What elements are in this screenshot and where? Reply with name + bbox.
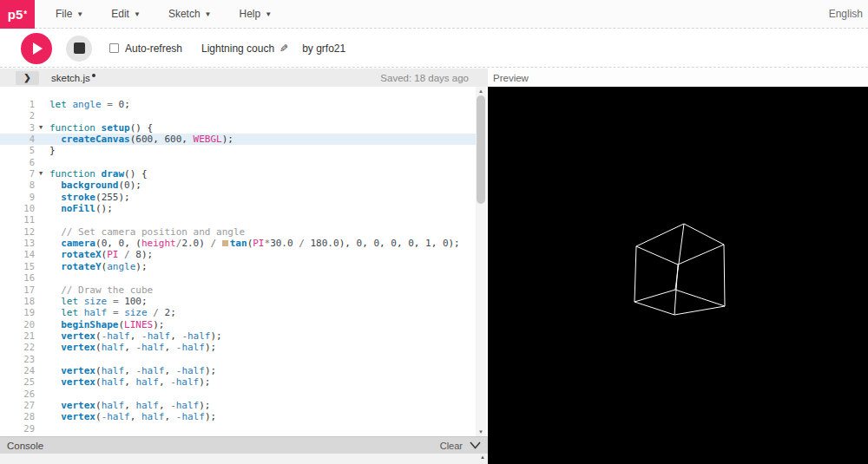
console-collapse-chevron-icon[interactable] <box>470 441 481 449</box>
scrollbar-thumb[interactable] <box>477 95 485 204</box>
code-text: rotateY(angle); <box>47 261 148 272</box>
code-line[interactable]: 7▼function draw() { <box>0 168 476 180</box>
line-number: 17 <box>0 284 35 296</box>
tab-sketch-js[interactable]: sketch.js <box>51 73 95 83</box>
file-tab-bar: ❯ sketch.js Saved: 18 days ago <box>0 69 488 87</box>
code-text: vertex(-half, -half, -half); <box>47 330 222 342</box>
code-line[interactable]: 6 <box>0 157 476 168</box>
project-name: Lightning couch <box>201 42 274 55</box>
code-line[interactable]: 26 <box>0 389 476 400</box>
code-line[interactable]: 13 camera(0, 0, (height/2.0) / tan(PI*30… <box>0 238 476 249</box>
line-number: 1 <box>0 99 35 110</box>
editor-column: 1let angle = 0;23▼function setup() {4 cr… <box>0 87 488 464</box>
code-line[interactable]: 4 createCanvas(600, 600, WEBGL); <box>0 134 476 145</box>
code-line[interactable]: 16 <box>0 272 476 284</box>
code-line[interactable]: 12 // Set camera position and angle <box>0 226 476 238</box>
code-line[interactable]: 24 vertex(half, -half, -half); <box>0 365 476 376</box>
menu-file[interactable]: File▼ <box>43 0 95 29</box>
play-button[interactable] <box>21 33 52 64</box>
menu-help[interactable]: Help▼ <box>227 0 284 29</box>
code-line[interactable]: 3▼function setup() { <box>0 122 476 134</box>
line-number: 16 <box>0 272 35 284</box>
p5-logo[interactable]: p5* <box>0 0 35 29</box>
code-line[interactable]: 21 vertex(-half, -half, -half); <box>0 330 476 342</box>
language-selector[interactable]: English <box>829 8 866 20</box>
code-line[interactable]: 25 vertex(half, half, -half); <box>0 376 476 388</box>
preview-label: Preview <box>493 73 529 83</box>
line-number: 3 <box>0 122 35 134</box>
code-line[interactable]: 11 <box>0 214 476 225</box>
unsaved-indicator-dot <box>92 74 95 77</box>
menu-edit[interactable]: Edit▼ <box>99 0 153 29</box>
code-text: vertex(half, -half, -half); <box>47 365 216 376</box>
code-line[interactable]: 23 <box>0 354 476 365</box>
code-line[interactable]: 18 let size = 100; <box>0 296 476 307</box>
code-line[interactable]: 29 <box>0 423 476 435</box>
line-number: 18 <box>0 296 35 307</box>
line-number: 13 <box>0 238 35 249</box>
auto-refresh-toggle[interactable]: Auto-refresh <box>109 42 182 55</box>
fold-arrow-icon[interactable]: ▼ <box>35 122 47 134</box>
p5-web-editor: p5* File▼ Edit▼ Sketch▼ Help▼ English Au… <box>0 0 868 464</box>
code-text: vertex(half, half, -half); <box>47 400 211 411</box>
code-text <box>47 423 49 435</box>
code-text: rotateX(PI / 8); <box>47 249 153 260</box>
code-line[interactable]: 8 background(0); <box>0 180 476 191</box>
code-text <box>47 354 49 365</box>
cube-wireframe <box>488 87 868 464</box>
line-number: 28 <box>0 411 35 422</box>
line-number: 25 <box>0 376 35 388</box>
auto-refresh-checkbox[interactable] <box>109 43 119 53</box>
editor-scrollbar[interactable]: ▲ ▼ <box>476 87 486 436</box>
code-text <box>47 214 49 225</box>
code-text: stroke(255); <box>47 192 130 203</box>
code-line[interactable]: 27 vertex(half, half, -half); <box>0 400 476 411</box>
auto-refresh-label: Auto-refresh <box>125 42 182 55</box>
fold-gutter <box>35 249 47 260</box>
console-clear-button[interactable]: Clear <box>440 441 463 451</box>
fold-gutter <box>35 389 47 400</box>
code-text <box>47 110 49 121</box>
line-number: 29 <box>0 423 35 435</box>
fold-gutter <box>35 319 47 330</box>
fold-arrow-icon[interactable]: ▼ <box>35 168 47 180</box>
code-line[interactable]: 28 vertex(-half, half, -half); <box>0 411 476 422</box>
menu-sketch[interactable]: Sketch▼ <box>156 0 224 29</box>
fold-gutter <box>35 203 47 214</box>
code-text: // Set camera position and angle <box>47 226 245 238</box>
code-text: noFill(); <box>47 203 113 214</box>
code-editor[interactable]: 1let angle = 0;23▼function setup() {4 cr… <box>0 87 476 436</box>
menu-bar: File▼ Edit▼ Sketch▼ Help▼ <box>43 0 284 29</box>
console-header[interactable]: Console Clear <box>0 436 488 454</box>
sidebar-expand-button[interactable]: ❯ <box>16 71 39 85</box>
code-line[interactable]: 22 vertex(half, -half, -half); <box>0 342 476 353</box>
chevron-down-icon: ▼ <box>134 10 141 18</box>
stop-button[interactable] <box>66 36 92 62</box>
line-number: 15 <box>0 261 35 272</box>
scroll-down-arrow-icon[interactable]: ▼ <box>476 428 486 436</box>
line-number: 19 <box>0 307 35 318</box>
code-line[interactable]: 2 <box>0 110 476 121</box>
code-text: vertex(half, -half, -half); <box>47 342 216 353</box>
code-line[interactable]: 5} <box>0 145 476 156</box>
console-output: ▲ <box>0 454 488 464</box>
code-line[interactable]: 10 noFill(); <box>0 203 476 214</box>
code-line[interactable]: 20 beginShape(LINES); <box>0 319 476 330</box>
fold-gutter <box>35 307 47 318</box>
stop-icon <box>74 42 85 54</box>
code-text: beginShape(LINES); <box>47 319 164 330</box>
code-text <box>47 157 49 168</box>
console-scroll-up-icon[interactable]: ▲ <box>480 454 485 460</box>
code-line[interactable]: 17 // Draw the cube <box>0 284 476 296</box>
code-line[interactable]: 14 rotateX(PI / 8); <box>0 249 476 260</box>
code-line[interactable]: 15 rotateY(angle); <box>0 261 476 272</box>
top-nav: p5* File▼ Edit▼ Sketch▼ Help▼ English <box>0 0 868 29</box>
tab-row: ❯ sketch.js Saved: 18 days ago Preview <box>0 69 868 87</box>
edit-pencil-icon[interactable]: ✎ <box>279 42 288 55</box>
fold-gutter <box>35 134 47 145</box>
code-line[interactable]: 19 let half = size / 2; <box>0 307 476 318</box>
code-line[interactable]: 1let angle = 0; <box>0 99 476 110</box>
scroll-up-arrow-icon[interactable]: ▲ <box>476 87 486 95</box>
code-line[interactable]: 9 stroke(255); <box>0 192 476 203</box>
preview-canvas <box>488 87 868 464</box>
